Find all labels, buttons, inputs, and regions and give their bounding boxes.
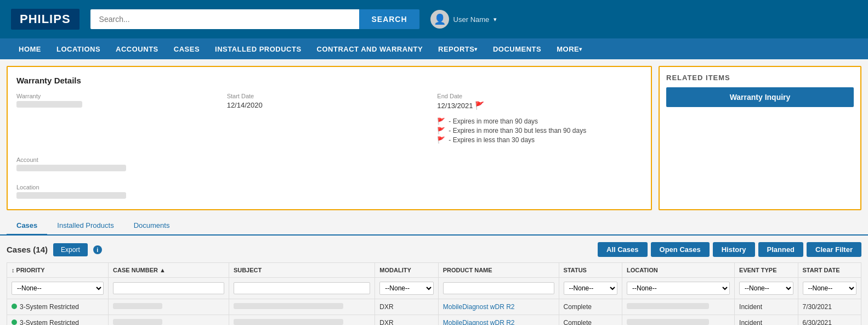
event-type-filter-select[interactable]: --None-- xyxy=(739,282,793,295)
priority-filter-select[interactable]: --None-- xyxy=(12,282,104,295)
legend-green: 🚩 - Expires in more than 90 days xyxy=(437,117,642,125)
tabs-area: Cases Installed Products Documents xyxy=(0,217,868,236)
table-header-row: ↕ PRIORITY CASE NUMBER ▲ SUBJECT MODALIT… xyxy=(7,263,861,278)
col-priority: ↕ PRIORITY xyxy=(7,263,109,278)
table-row: 3-System Restricted DXR MobileDiagnost w… xyxy=(7,315,861,326)
open-cases-button[interactable]: Open Cases xyxy=(651,242,710,257)
export-button[interactable]: Export xyxy=(53,243,88,256)
account-label: Account xyxy=(16,156,222,163)
location-blurred xyxy=(627,303,709,309)
filter-buttons: All Cases Open Cases History Planned Cle… xyxy=(598,242,861,257)
philips-logo: PHILIPS xyxy=(11,9,80,30)
user-dropdown-icon[interactable]: ▾ xyxy=(493,16,497,23)
sort-case-icon[interactable]: ▲ xyxy=(160,267,166,273)
planned-button[interactable]: Planned xyxy=(758,242,804,257)
nav-documents[interactable]: DOCUMENTS xyxy=(485,38,549,59)
nav-home[interactable]: HOME xyxy=(11,38,49,59)
filter-start-date[interactable]: --None-- xyxy=(798,278,861,299)
table-row: 3-System Restricted DXR MobileDiagnost w… xyxy=(7,299,861,315)
nav-reports[interactable]: REPORTS xyxy=(430,38,485,59)
search-input[interactable] xyxy=(90,9,360,29)
row1-case-number xyxy=(109,299,229,315)
row2-product-name[interactable]: MobileDiagnost wDR R2 xyxy=(438,315,559,326)
row2-subject xyxy=(229,315,375,326)
main-nav: HOME LOCATIONS ACCOUNTS CASES INSTALLED … xyxy=(0,38,868,59)
start-date-filter-select[interactable]: --None-- xyxy=(803,282,857,295)
subject-filter-input[interactable] xyxy=(234,282,370,294)
location-filter-select[interactable]: --None-- xyxy=(627,282,730,295)
nav-contract-warranty[interactable]: CONTRACT AND WARRANTY xyxy=(309,38,430,59)
product-name-filter-input[interactable] xyxy=(443,282,554,294)
row2-start-date: 6/30/2021 xyxy=(798,315,861,326)
nav-locations[interactable]: LOCATIONS xyxy=(49,38,108,59)
modality-filter-select[interactable]: --None-- xyxy=(379,282,433,295)
start-date-field: Start Date 12/14/2020 xyxy=(227,93,432,145)
subject-blurred xyxy=(234,303,343,309)
row2-case-number xyxy=(109,315,229,326)
info-icon[interactable]: i xyxy=(93,245,102,254)
status-filter-select[interactable]: --None-- xyxy=(564,282,617,295)
end-date-value-row: 12/13/2021 🚩 xyxy=(437,101,642,110)
clear-filter-button[interactable]: Clear Filter xyxy=(807,242,861,257)
filter-location[interactable]: --None-- xyxy=(622,278,735,299)
filter-status[interactable]: --None-- xyxy=(559,278,622,299)
nav-installed-products[interactable]: INSTALLED PRODUCTS xyxy=(207,38,309,59)
row2-location xyxy=(622,315,735,326)
end-date-value: 12/13/2021 xyxy=(437,102,473,110)
filter-modality[interactable]: --None-- xyxy=(375,278,438,299)
row1-event-type: Incident xyxy=(735,299,798,315)
row2-modality: DXR xyxy=(375,315,438,326)
col-location: LOCATION xyxy=(622,263,735,278)
account-value-blurred xyxy=(16,165,126,171)
filter-product-name[interactable] xyxy=(438,278,559,299)
col-start-date: START DATE xyxy=(798,263,861,278)
related-items-title: RELATED ITEMS xyxy=(666,74,854,82)
content-area: Warranty Details Warranty Start Date 12/… xyxy=(0,59,868,217)
expiry-legend: 🚩 - Expires in more than 90 days 🚩 - Exp… xyxy=(437,117,642,144)
warranty-value-blurred xyxy=(16,101,82,108)
top-bar: PHILIPS SEARCH 👤 User Name ▾ xyxy=(0,0,868,38)
warranty-inquiry-button[interactable]: Warranty Inquiry xyxy=(666,87,854,107)
user-name: User Name xyxy=(453,15,490,24)
location-label: Location xyxy=(16,184,222,190)
search-button[interactable]: SEARCH xyxy=(359,9,419,29)
cases-table-body: 3-System Restricted DXR MobileDiagnost w… xyxy=(7,299,861,326)
tab-cases[interactable]: Cases xyxy=(7,217,47,236)
nav-more[interactable]: MORE xyxy=(549,38,590,59)
col-product-name: PRODUCT NAME xyxy=(438,263,559,278)
filter-priority[interactable]: --None-- xyxy=(7,278,109,299)
filter-case-number[interactable] xyxy=(109,278,229,299)
start-date-value: 12/14/2020 xyxy=(227,101,263,109)
product-link-2[interactable]: MobileDiagnost wDR R2 xyxy=(443,319,515,325)
row1-subject xyxy=(229,299,375,315)
cases-header: Cases (14) Export i All Cases Open Cases… xyxy=(7,242,861,257)
location-field: Location xyxy=(16,184,222,200)
sort-priority-icon[interactable]: ↕ xyxy=(12,267,15,273)
cases-table: ↕ PRIORITY CASE NUMBER ▲ SUBJECT MODALIT… xyxy=(7,262,861,325)
cases-title: Cases (14) xyxy=(7,245,48,254)
filter-event-type[interactable]: --None-- xyxy=(735,278,798,299)
status-dot-green-2 xyxy=(12,320,17,325)
row1-product-name[interactable]: MobileDiagnost wDR R2 xyxy=(438,299,559,315)
col-subject: SUBJECT xyxy=(229,263,375,278)
subject-blurred-2 xyxy=(234,319,343,325)
related-items-panel: RELATED ITEMS Warranty Inquiry xyxy=(659,66,861,210)
nav-cases[interactable]: CASES xyxy=(166,38,207,59)
row1-status: Complete xyxy=(559,299,622,315)
warranty-grid: Warranty Start Date 12/14/2020 End Date … xyxy=(16,93,642,200)
tab-installed-products[interactable]: Installed Products xyxy=(47,217,123,236)
tab-documents[interactable]: Documents xyxy=(124,217,180,236)
flag-red-legend-icon: 🚩 xyxy=(437,136,445,144)
legend-green-text: - Expires in more than 90 days xyxy=(449,117,538,125)
product-link[interactable]: MobileDiagnost wDR R2 xyxy=(443,303,515,311)
warranty-title: Warranty Details xyxy=(16,76,642,85)
all-cases-button[interactable]: All Cases xyxy=(598,242,648,257)
row1-location xyxy=(622,299,735,315)
history-button[interactable]: History xyxy=(713,242,755,257)
table-filter-row: --None-- --None-- xyxy=(7,278,861,299)
col-status: STATUS xyxy=(559,263,622,278)
nav-accounts[interactable]: ACCOUNTS xyxy=(108,38,166,59)
legend-red-text: - Expires in less than 30 days xyxy=(449,136,535,144)
case-number-filter-input[interactable] xyxy=(113,282,224,294)
filter-subject[interactable] xyxy=(229,278,375,299)
